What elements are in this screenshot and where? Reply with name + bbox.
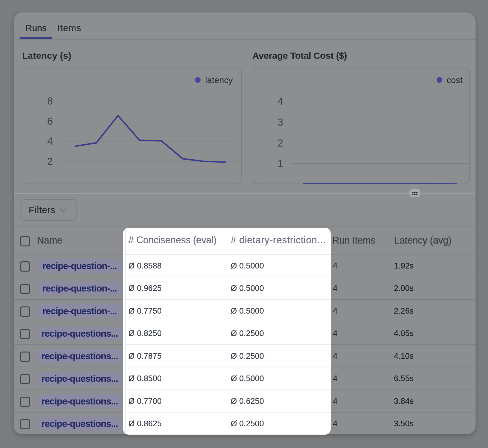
svg-text:4: 4 (47, 135, 53, 147)
svg-text:2: 2 (278, 137, 283, 149)
svg-text:cost: cost (447, 75, 463, 85)
svg-text:4: 4 (278, 96, 283, 107)
svg-text:latency: latency (205, 75, 233, 85)
svg-text:6: 6 (47, 115, 53, 127)
svg-text:3: 3 (278, 116, 283, 128)
svg-text:8: 8 (47, 95, 53, 107)
svg-text:1: 1 (278, 158, 283, 169)
svg-text:2: 2 (47, 156, 53, 167)
